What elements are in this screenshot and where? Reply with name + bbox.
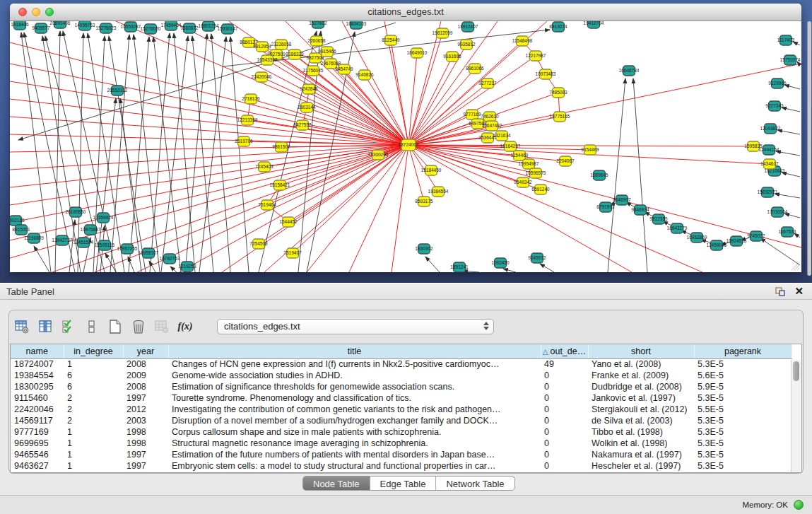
network-edge — [116, 21, 408, 145]
table-tabs: Node Table Edge Table Network Table — [302, 476, 515, 491]
network-edge — [10, 117, 408, 145]
table-row[interactable]: 1872400712008Changes of HCN gene express… — [11, 358, 792, 370]
table-cell: Yano et al. (2008) — [588, 358, 694, 370]
window-resize-grip[interactable] — [790, 261, 800, 271]
column-header-pagerank[interactable]: pagerank — [694, 344, 792, 358]
column-header-short[interactable]: short — [588, 344, 694, 358]
table-cell: 1 — [64, 426, 123, 438]
table-cell: 0 — [541, 415, 588, 426]
column-header-title[interactable]: title — [168, 344, 541, 358]
unselect-rows-icon[interactable] — [85, 320, 99, 334]
table-cell: 2 — [64, 392, 123, 404]
tab-network-table[interactable]: Network Table — [436, 477, 514, 490]
network-window: citations_edges.txt 19184069405577208914… — [10, 4, 801, 272]
function-builder-icon[interactable]: f(x) — [178, 320, 192, 334]
table-cell: 9699695 — [11, 438, 64, 449]
network-node-label: 12505115 — [95, 243, 115, 247]
network-node-label: 19812099 — [433, 30, 453, 35]
network-node-label: 1089645 — [590, 173, 608, 177]
column-header-year[interactable]: year — [123, 344, 168, 358]
network-node-label: 9146826 — [355, 72, 374, 77]
network-node-label: 2260658 — [307, 38, 326, 43]
network-node-label: 7254503 — [249, 241, 268, 246]
network-node-label: 9242848 — [300, 86, 318, 91]
desktop-scrollbar[interactable] — [807, 21, 811, 276]
table-cell: 1998 — [123, 438, 168, 449]
network-node-label: 23226058 — [271, 42, 292, 47]
table-settings-icon[interactable] — [15, 320, 29, 334]
table-cell: 0 — [541, 438, 588, 449]
network-node-label: 1117403 — [777, 37, 795, 42]
table-cell: 2 — [64, 404, 123, 415]
table-row[interactable]: 911546021997Tourette syndrome. Phenomeno… — [11, 392, 792, 404]
delete-column-trash-icon[interactable] — [131, 320, 146, 334]
network-node-label: 9646907 — [613, 197, 631, 202]
network-node-label: 10973483 — [536, 71, 556, 76]
table-row[interactable]: 969969511998Structural magnetic resonanc… — [11, 438, 792, 449]
tab-node-table[interactable]: Node Table — [303, 477, 370, 490]
memory-status-indicator[interactable] — [794, 500, 804, 510]
table-cell: 1 — [64, 438, 123, 449]
network-node-label: 18912407 — [458, 24, 478, 29]
table-cell: 14569117 — [11, 415, 64, 426]
network-node-label: 9360672 — [180, 25, 199, 30]
network-node-label: 15954987 — [519, 161, 539, 166]
network-edge — [408, 64, 801, 145]
column-header-out_de[interactable]: △out_de… — [541, 344, 588, 358]
network-node-label: 1154469 — [511, 153, 529, 158]
network-node-label: 2519706 — [235, 139, 253, 144]
column-header-name[interactable]: name — [11, 344, 64, 358]
network-node-label: 7245403 — [255, 164, 273, 169]
table-cell: 6 — [64, 370, 123, 381]
new-document-icon[interactable] — [108, 320, 122, 334]
network-edge — [134, 35, 160, 272]
network-node-label: 18775165 — [550, 114, 570, 119]
table-cell: 5.3E-5 — [694, 358, 792, 370]
network-graph[interactable]: 1918406940557720891406140557531527602310… — [10, 21, 801, 272]
table-panel-header: Table Panel ✕ — [0, 283, 812, 300]
close-panel-icon[interactable]: ✕ — [794, 286, 804, 297]
network-node-label: 8186328 — [286, 52, 304, 57]
table-cell: Nakamura et al. (1997) — [588, 449, 694, 460]
network-node-label: 2718126 — [242, 96, 260, 101]
network-node-label: 15330147 — [218, 26, 238, 31]
network-edge — [776, 151, 800, 156]
column-header-in_degree[interactable]: in_degree — [64, 344, 123, 358]
table-row[interactable]: 977716911998Corpus callosum shape and si… — [11, 426, 792, 438]
table-row[interactable]: 2242004622012Investigating the contribut… — [11, 404, 792, 415]
table-row[interactable]: 1830029562008Estimation of significance … — [11, 381, 792, 392]
network-canvas[interactable]: 1918406940557720891406140557531527602310… — [10, 21, 801, 272]
tab-edge-table[interactable]: Edge Table — [370, 477, 437, 490]
table-row[interactable]: 946362711997Embryonic stem cells: a mode… — [11, 460, 792, 472]
table-cell: 0 — [541, 392, 588, 404]
network-edge — [408, 145, 702, 272]
table-cell: 22420046 — [11, 404, 64, 415]
table-row[interactable]: 946554611997Estimation of the future num… — [11, 449, 792, 460]
delete-table-icon[interactable] — [155, 320, 169, 334]
network-edge — [78, 33, 83, 272]
table-row[interactable]: 1456911722003Disruption of a novel membe… — [11, 415, 792, 426]
column-header-label: in_degree — [73, 346, 113, 356]
network-node-label: 16958107 — [139, 250, 159, 255]
table-scrollbar[interactable] — [791, 360, 801, 472]
table-cell: Embryonic stem cells: a model to study s… — [168, 460, 541, 472]
network-node-label: 17359924 — [93, 215, 114, 220]
table-scrollbar-thumb[interactable] — [793, 361, 799, 381]
table-cell: Dudbridge et al. (2008) — [588, 381, 694, 392]
network-node-label: 17957255 — [117, 246, 138, 251]
network-node-label: 17016504 — [767, 209, 788, 214]
select-rows-icon[interactable] — [61, 320, 76, 334]
float-panel-icon[interactable] — [775, 286, 786, 297]
table-row[interactable]: 1938455462009Genome-wide association stu… — [11, 370, 792, 381]
network-edge — [782, 107, 800, 112]
table-select-dropdown[interactable]: citations_edges.txt — [217, 319, 494, 334]
network-window-titlebar[interactable]: citations_edges.txt — [10, 4, 801, 21]
table-cell: 5.5E-5 — [694, 404, 792, 415]
network-node-label: 9777169 — [463, 112, 481, 117]
network-node-label: 18300295 — [368, 152, 389, 157]
network-node-label: 9277217 — [478, 81, 497, 86]
network-edge — [185, 34, 207, 272]
select-column-icon[interactable] — [38, 320, 52, 334]
network-node-label: 13942737 — [52, 238, 73, 243]
network-node-label: 9745022 — [747, 233, 765, 238]
